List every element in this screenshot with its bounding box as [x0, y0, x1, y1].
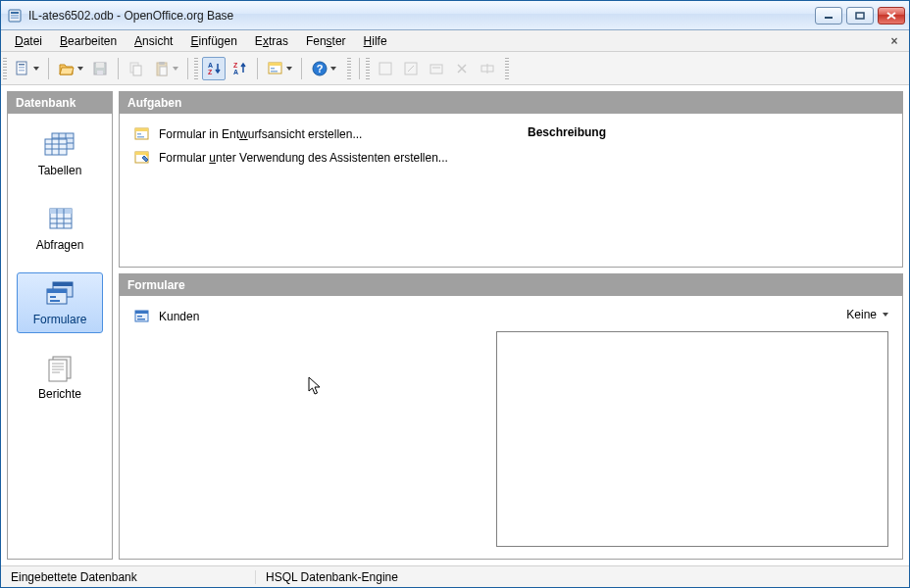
svg-rect-16 [133, 66, 141, 75]
svg-rect-27 [271, 71, 278, 73]
svg-rect-32 [430, 65, 442, 74]
svg-rect-9 [19, 64, 25, 66]
svg-rect-63 [135, 128, 148, 131]
paste-button[interactable] [150, 57, 181, 80]
toolbar: AZ ZA ? [1, 52, 909, 85]
toolbar-grip [347, 58, 351, 79]
tables-icon [41, 130, 78, 160]
dropdown-arrow-icon [330, 67, 336, 71]
form-button[interactable] [264, 57, 295, 80]
sidebar-item-abfragen[interactable]: Abfragen [17, 198, 103, 259]
save-button[interactable] [88, 57, 112, 80]
view-mode-label: Keine [846, 308, 877, 321]
menu-hilfe[interactable]: Hilfe [356, 32, 395, 50]
tasks-list: Formular in Entwurfsansicht erstellen...… [133, 125, 516, 255]
form-new-button[interactable] [374, 57, 397, 80]
form-icon [133, 308, 151, 325]
svg-rect-11 [19, 70, 25, 72]
menu-datei[interactable]: Datei [7, 32, 50, 50]
form-edit-button[interactable] [399, 57, 423, 80]
minimize-button[interactable] [815, 7, 842, 24]
svg-text:?: ? [317, 63, 324, 74]
tasks-header: Aufgaben [120, 92, 902, 114]
new-doc-button[interactable] [11, 57, 42, 80]
status-db-type: Eingebettete Datenbank [1, 570, 256, 584]
task-create-wizard[interactable]: Formular unter Verwendung des Assistente… [133, 149, 516, 167]
svg-rect-72 [137, 318, 145, 320]
menu-ansicht[interactable]: Ansicht [126, 32, 180, 50]
toolbar-separator [257, 58, 258, 79]
content-area: Datenbank Tabellen Abfragen Formulare [1, 85, 909, 565]
dropdown-arrow-icon [77, 67, 83, 71]
form-design-icon [133, 125, 151, 143]
menu-fenster[interactable]: Fenster [298, 32, 354, 50]
form-rename-button[interactable] [476, 57, 499, 80]
svg-text:A: A [208, 62, 213, 69]
help-button[interactable]: ? [308, 57, 339, 80]
sidebar-item-label: Formulare [33, 313, 87, 326]
forms-list: Kunden [133, 308, 496, 547]
svg-rect-14 [97, 71, 103, 74]
svg-rect-70 [135, 311, 148, 314]
window-title: IL-ates6502.odb - OpenOffice.org Base [28, 9, 815, 23]
status-engine: HSQL Datenbank-Engine [256, 570, 408, 584]
svg-rect-54 [50, 296, 56, 298]
svg-rect-71 [137, 316, 142, 318]
svg-text:Z: Z [208, 69, 213, 75]
sidebar-item-label: Abfragen [36, 238, 84, 252]
sidebar-item-label: Tabellen [38, 164, 82, 177]
svg-rect-1 [11, 12, 19, 14]
titlebar: IL-ates6502.odb - OpenOffice.org Base [1, 1, 909, 30]
copy-button[interactable] [125, 57, 148, 80]
svg-rect-57 [49, 360, 67, 381]
svg-rect-25 [269, 63, 281, 66]
menu-extras[interactable]: Extras [247, 32, 296, 50]
svg-rect-45 [50, 209, 72, 214]
sidebar-header: Datenbank [8, 92, 112, 114]
svg-rect-26 [271, 68, 275, 70]
menu-close-icon[interactable]: × [885, 33, 903, 49]
toolbar-separator [48, 58, 49, 79]
sidebar-item-tabellen[interactable]: Tabellen [17, 123, 103, 184]
svg-text:Z: Z [233, 62, 238, 69]
forms-panel: Formulare Kunden Keine [119, 273, 903, 560]
dropdown-arrow-icon [883, 313, 888, 317]
toolbar-separator [118, 58, 119, 79]
toolbar-grip [194, 58, 198, 79]
toolbar-grip [366, 58, 370, 79]
form-delete-button[interactable] [450, 57, 474, 80]
sort-desc-button[interactable]: ZA [228, 57, 251, 80]
menubar: Datei Bearbeiten Ansicht Einfügen Extras… [1, 30, 909, 52]
form-item-kunden[interactable]: Kunden [133, 308, 496, 325]
form-wizard-icon [133, 149, 151, 167]
sidebar-item-formulare[interactable]: Formulare [17, 272, 103, 333]
tasks-panel: Aufgaben Formular in Entwurfsansicht ers… [119, 91, 903, 268]
reports-icon [41, 354, 78, 383]
queries-icon [41, 205, 78, 234]
svg-rect-13 [96, 63, 104, 68]
window-controls [815, 7, 905, 24]
menu-einfuegen[interactable]: Einfügen [182, 32, 244, 50]
close-button[interactable] [878, 7, 905, 24]
open-button[interactable] [55, 57, 86, 80]
sidebar-body: Tabellen Abfragen Formulare Berichte [8, 114, 112, 559]
task-create-design[interactable]: Formular in Entwurfsansicht erstellen... [133, 125, 516, 143]
sort-asc-button[interactable]: AZ [202, 57, 226, 80]
description-label: Beschreibung [528, 125, 606, 139]
menu-bearbeiten[interactable]: Bearbeiten [52, 32, 125, 50]
svg-rect-39 [45, 139, 67, 155]
view-mode-selector[interactable]: Keine [496, 308, 888, 331]
svg-rect-5 [856, 13, 864, 19]
dropdown-arrow-icon [173, 67, 178, 71]
svg-text:A: A [233, 69, 238, 75]
sidebar-item-berichte[interactable]: Berichte [17, 347, 103, 408]
svg-rect-53 [47, 289, 67, 293]
dropdown-arrow-icon [286, 67, 292, 71]
toolbar-separator [187, 58, 188, 79]
svg-rect-51 [53, 282, 73, 286]
svg-rect-64 [137, 133, 141, 135]
form-open-button[interactable] [425, 57, 448, 80]
maximize-button[interactable] [846, 7, 874, 24]
main-panels: Aufgaben Formular in Entwurfsansicht ers… [119, 91, 903, 560]
forms-preview-pane: Keine [496, 308, 888, 547]
